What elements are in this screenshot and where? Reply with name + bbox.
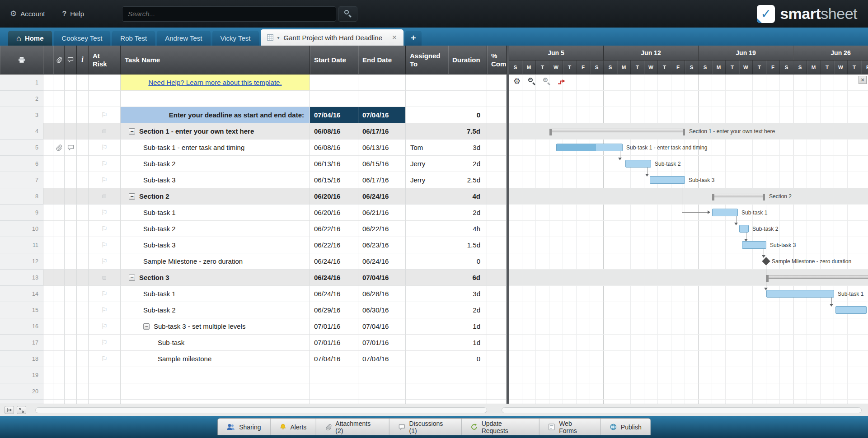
cell-assigned-to[interactable]: [406, 318, 448, 335]
row-number-cell[interactable]: 18: [0, 351, 43, 367]
lock-cell[interactable]: [43, 318, 53, 335]
info-cell[interactable]: [77, 156, 89, 172]
cell-start-date[interactable]: 06/20/16: [310, 188, 358, 205]
collapse-toggle[interactable]: −: [129, 128, 135, 135]
gantt-task-bar[interactable]: [712, 209, 738, 216]
attachment-cell[interactable]: [53, 205, 65, 221]
tab-cooksey-test[interactable]: Cooksey Test: [54, 31, 111, 46]
cell-task-name[interactable]: Sub-task 2: [121, 156, 310, 172]
cell-pct-complete[interactable]: [487, 400, 507, 404]
at-risk-cell[interactable]: [89, 367, 121, 383]
info-cell[interactable]: [77, 383, 89, 400]
at-risk-flag-icon[interactable]: ⚐: [101, 307, 108, 314]
cell-task-name[interactable]: [121, 91, 310, 107]
cell-assigned-to[interactable]: [406, 351, 448, 367]
cell-assigned-to[interactable]: [406, 270, 448, 286]
lock-cell[interactable]: [43, 335, 53, 351]
cell-start-date[interactable]: [310, 400, 358, 404]
cell-assigned-to[interactable]: [406, 75, 448, 91]
tab-home[interactable]: ⌂ Home: [8, 31, 52, 46]
grid-scrollbar-track[interactable]: [35, 407, 487, 413]
attachment-cell[interactable]: [53, 237, 65, 253]
column-header-info[interactable]: i: [77, 46, 89, 74]
at-risk-cell[interactable]: [89, 400, 121, 404]
footer-button-update-requests[interactable]: Update Requests: [462, 419, 540, 435]
column-header-end-date[interactable]: End Date: [358, 46, 406, 74]
cell-task-name[interactable]: Sub-task 2: [121, 302, 310, 318]
gantt-close-button[interactable]: ✕: [859, 76, 867, 84]
at-risk-checkbox[interactable]: [103, 276, 106, 280]
discussion-cell[interactable]: [65, 237, 77, 253]
row-number-cell[interactable]: 17: [0, 335, 43, 351]
attachment-cell[interactable]: [53, 367, 65, 383]
cell-pct-complete[interactable]: [487, 75, 507, 91]
cell-duration[interactable]: [448, 91, 487, 107]
gantt-summary-bar[interactable]: [549, 129, 685, 132]
cell-assigned-to[interactable]: [406, 286, 448, 302]
cell-end-date[interactable]: 06/17/16: [358, 123, 406, 140]
cell-task-name[interactable]: Sub-task 1: [121, 286, 310, 302]
cell-start-date[interactable]: 06/24/16: [310, 286, 358, 302]
at-risk-cell[interactable]: ⚐: [89, 335, 121, 351]
row-number-cell[interactable]: 11: [0, 237, 43, 253]
cell-end-date[interactable]: 06/30/16: [358, 302, 406, 318]
cell-task-name[interactable]: Sub-task 1: [121, 205, 310, 221]
cell-task-name[interactable]: −Section 2: [121, 188, 310, 205]
lock-cell[interactable]: [43, 91, 53, 107]
column-header-row-select[interactable]: [0, 46, 43, 74]
cell-pct-complete[interactable]: [487, 172, 507, 188]
cell-duration[interactable]: [448, 367, 487, 383]
cell-duration[interactable]: 0: [448, 253, 487, 270]
column-header-duration[interactable]: Duration: [448, 46, 487, 74]
cell-end-date[interactable]: [358, 367, 406, 383]
cell-pct-complete[interactable]: [487, 221, 507, 237]
column-header-pct-complete[interactable]: % Complete: [487, 46, 507, 74]
info-cell[interactable]: [77, 140, 89, 156]
lock-cell[interactable]: [43, 123, 53, 140]
row-number-cell[interactable]: 1: [0, 75, 43, 91]
search-input[interactable]: [122, 6, 336, 22]
lock-cell[interactable]: [43, 351, 53, 367]
at-risk-cell[interactable]: ⚐: [89, 140, 121, 156]
gantt-task-bar[interactable]: [739, 225, 749, 233]
info-cell[interactable]: [77, 237, 89, 253]
cell-task-name[interactable]: [121, 383, 310, 400]
lock-cell[interactable]: [43, 205, 53, 221]
at-risk-flag-icon[interactable]: ⚐: [101, 209, 108, 216]
row-number-cell[interactable]: 4: [0, 123, 43, 140]
at-risk-checkbox[interactable]: [103, 195, 106, 198]
cell-assigned-to[interactable]: Jerry: [406, 172, 448, 188]
lock-cell[interactable]: [43, 172, 53, 188]
cell-end-date[interactable]: 06/28/16: [358, 286, 406, 302]
discussion-cell[interactable]: [65, 335, 77, 351]
at-risk-flag-icon[interactable]: ⚐: [101, 177, 108, 184]
discussion-cell[interactable]: [65, 75, 77, 91]
cell-start-date[interactable]: 06/08/16: [310, 140, 358, 156]
row-number-cell[interactable]: 14: [0, 286, 43, 302]
cell-duration[interactable]: 1d: [448, 335, 487, 351]
cell-assigned-to[interactable]: [406, 367, 448, 383]
discussion-cell[interactable]: [65, 302, 77, 318]
info-cell[interactable]: [77, 400, 89, 404]
cell-task-name[interactable]: −Sub-task 3 - set multiple levels: [121, 318, 310, 335]
info-cell[interactable]: [77, 335, 89, 351]
info-cell[interactable]: [77, 75, 89, 91]
attachment-cell[interactable]: [53, 123, 65, 140]
at-risk-cell[interactable]: [89, 91, 121, 107]
at-risk-cell[interactable]: ⚐: [89, 107, 121, 123]
cell-start-date[interactable]: [310, 367, 358, 383]
gantt-settings-button[interactable]: ⚙: [512, 77, 521, 86]
cell-assigned-to[interactable]: [406, 302, 448, 318]
cell-duration[interactable]: 3d: [448, 286, 487, 302]
cell-task-name[interactable]: Sample milestone: [121, 351, 310, 367]
at-risk-cell[interactable]: [89, 270, 121, 286]
row-number-cell[interactable]: 16: [0, 318, 43, 335]
attachment-cell[interactable]: [53, 318, 65, 335]
lock-cell[interactable]: [43, 221, 53, 237]
at-risk-cell[interactable]: ⚐: [89, 286, 121, 302]
at-risk-flag-icon[interactable]: ⚐: [101, 112, 108, 119]
cell-duration[interactable]: 1.5d: [448, 237, 487, 253]
cell-start-date[interactable]: 06/29/16: [310, 302, 358, 318]
gantt-summary-bar[interactable]: [712, 194, 765, 197]
footer-button-web-forms[interactable]: Web Forms: [540, 419, 601, 435]
